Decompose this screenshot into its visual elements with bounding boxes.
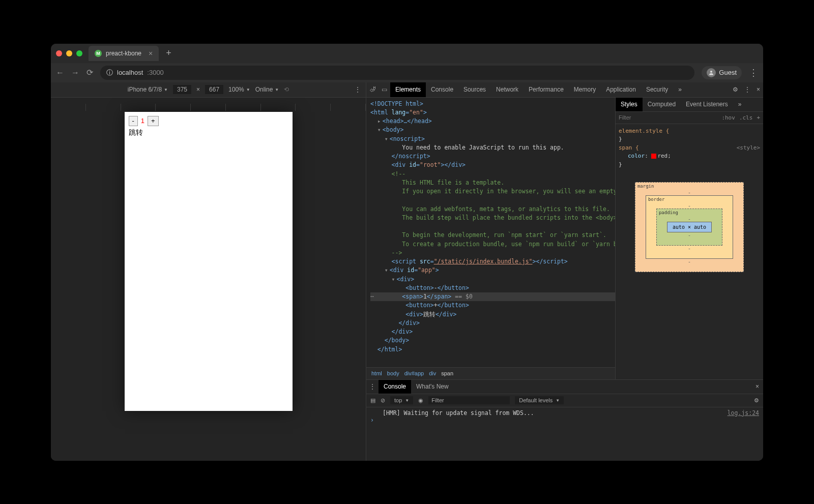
settings-icon[interactable]: ⚙ [730, 86, 741, 93]
zoom-value: 100% [228, 86, 244, 93]
console-output[interactable]: [HMR] Waiting for update signal from WDS… [366, 407, 763, 461]
cls-toggle[interactable]: .cls [739, 114, 753, 121]
browser-tab[interactable]: M preact-kbone × [89, 46, 159, 61]
dom-comment: You can add webfonts, meta tags, or anal… [402, 205, 610, 213]
tab-network[interactable]: Network [491, 82, 524, 97]
profile-button[interactable]: Guest [702, 66, 742, 79]
rule-selector: element.style { [619, 128, 669, 134]
close-window[interactable] [56, 50, 62, 56]
crumb-item[interactable]: html [371, 370, 382, 376]
minus-button[interactable]: - [129, 116, 138, 126]
dom-comment: This HTML file is a template. [402, 179, 504, 186]
device-width-input[interactable]: 375 [173, 85, 191, 94]
address-bar: ← → ⟳ ⓘ localhost:3000 Guest ⋮ [51, 63, 763, 82]
drawer-menu-icon[interactable]: ⋮ [366, 383, 379, 390]
rule-selector: span { [619, 144, 639, 151]
browser-menu-icon[interactable]: ⋮ [749, 67, 758, 78]
css-prop-name[interactable]: color [628, 153, 645, 159]
tab-security[interactable]: Security [641, 82, 673, 97]
hov-toggle[interactable]: :hov [721, 114, 735, 121]
breadcrumb: html body div#app div span [366, 367, 615, 379]
close-tab-icon[interactable]: × [149, 49, 153, 57]
dom-line: </body> [385, 337, 409, 344]
reload-button[interactable]: ⟳ [86, 68, 93, 77]
device-name: iPhone 6/7/8 [128, 86, 162, 93]
device-preview-pane: iPhone 6/7/8 ▼ 375 × 667 100% ▼ Online ▼… [51, 82, 366, 461]
dom-selected-line[interactable]: ⋯ <span>1</span> == $0 [370, 292, 615, 301]
console-filter-input[interactable]: Filter [428, 396, 510, 404]
sidebar-tabs-overflow[interactable]: » [733, 98, 747, 111]
inspect-icon[interactable]: ⮰ [366, 86, 379, 93]
device-select[interactable]: iPhone 6/7/8 ▼ [128, 86, 168, 93]
site-info-icon[interactable]: ⓘ [106, 68, 113, 77]
bm-border-label: border [648, 197, 665, 202]
minimize-window[interactable] [66, 50, 72, 56]
dom-line: <button>+</button> [405, 302, 469, 309]
url-input[interactable]: ⓘ localhost:3000 [100, 66, 694, 80]
plus-button[interactable]: + [148, 116, 159, 126]
dom-line: <body> [383, 126, 404, 133]
tab-console[interactable]: Console [426, 82, 458, 97]
throttle-select[interactable]: Online ▼ [255, 86, 279, 93]
tab-sources[interactable]: Sources [458, 82, 491, 97]
tab-event-listeners[interactable]: Event Listeners [681, 98, 733, 111]
crumb-item[interactable]: body [387, 370, 399, 376]
tab-title: preact-kbone [106, 50, 141, 57]
bm-margin-label: margin [637, 184, 654, 189]
back-button[interactable]: ← [56, 68, 64, 77]
crumb-item[interactable]: div [429, 370, 436, 376]
forward-button[interactable]: → [71, 68, 79, 77]
devtools-pane: ⮰ ▭ Elements Console Sources Network Per… [366, 82, 763, 461]
styles-filter-input[interactable] [619, 114, 717, 121]
tab-performance[interactable]: Performance [524, 82, 569, 97]
rotate-icon[interactable]: ⟲ [284, 86, 289, 93]
rule-origin[interactable]: <style> [737, 144, 760, 153]
css-prop-value[interactable]: red; [657, 153, 671, 159]
clear-console-icon[interactable]: ⊘ [381, 397, 385, 404]
dom-line: <div id="root"></div> [392, 161, 466, 168]
device-frame: - 1 + 跳转 [125, 112, 293, 411]
live-expression-icon[interactable]: ◉ [418, 397, 423, 404]
zoom-select[interactable]: 100% ▼ [228, 86, 250, 93]
maximize-window[interactable] [76, 50, 82, 56]
dom-line: <div> [397, 276, 415, 283]
console-sidebar-toggle-icon[interactable]: ▤ [370, 397, 375, 404]
device-height-input[interactable]: 667 [205, 85, 223, 94]
throttle-value: Online [255, 86, 273, 93]
drawer-tab-whatsnew[interactable]: What's New [411, 380, 454, 394]
new-rule-button[interactable]: + [757, 114, 760, 121]
tab-computed[interactable]: Computed [643, 98, 681, 111]
dom-line: </div> [392, 328, 413, 335]
dom-tree[interactable]: <!DOCTYPE html> <html lang="en"> ▸<head>… [366, 98, 615, 367]
close-devtools-icon[interactable]: × [753, 86, 763, 93]
chevron-down-icon: ▼ [275, 87, 279, 92]
crumb-item[interactable]: div#app [404, 370, 424, 376]
crumb-item[interactable]: span [441, 370, 453, 376]
device-toggle-icon[interactable]: ▭ [379, 86, 390, 93]
console-prompt-icon: › [370, 417, 374, 424]
tab-application[interactable]: Application [601, 82, 641, 97]
color-swatch-icon[interactable] [651, 154, 656, 159]
tab-bar: M preact-kbone × + [51, 44, 763, 63]
devtools-menu-icon[interactable]: ⋮ [741, 86, 753, 93]
device-menu-icon[interactable]: ⋮ [355, 86, 361, 93]
dom-line: <head>…</head> [383, 117, 432, 125]
avatar-icon [707, 68, 716, 77]
nav-text[interactable]: 跳转 [129, 128, 288, 137]
console-settings-icon[interactable]: ⚙ [754, 397, 759, 404]
context-select[interactable]: top ▼ [390, 396, 413, 404]
drawer-tab-console[interactable]: Console [379, 380, 411, 394]
tab-memory[interactable]: Memory [569, 82, 601, 97]
new-tab-button[interactable]: + [163, 48, 175, 58]
console-source-link[interactable]: log.js:24 [728, 409, 759, 417]
dom-line: <noscript> [390, 135, 425, 142]
dom-line: <button>-</button> [405, 284, 469, 291]
tab-styles[interactable]: Styles [616, 98, 643, 111]
style-rules[interactable]: element.style { } span {<style> color: r… [616, 124, 763, 172]
log-levels-select[interactable]: Default levels ▼ [515, 396, 564, 404]
tabs-overflow[interactable]: » [673, 82, 687, 97]
dom-line: </html> [377, 346, 402, 353]
tab-elements[interactable]: Elements [390, 82, 426, 97]
bm-content: auto × auto [667, 222, 712, 232]
close-drawer-icon[interactable]: × [751, 383, 763, 390]
